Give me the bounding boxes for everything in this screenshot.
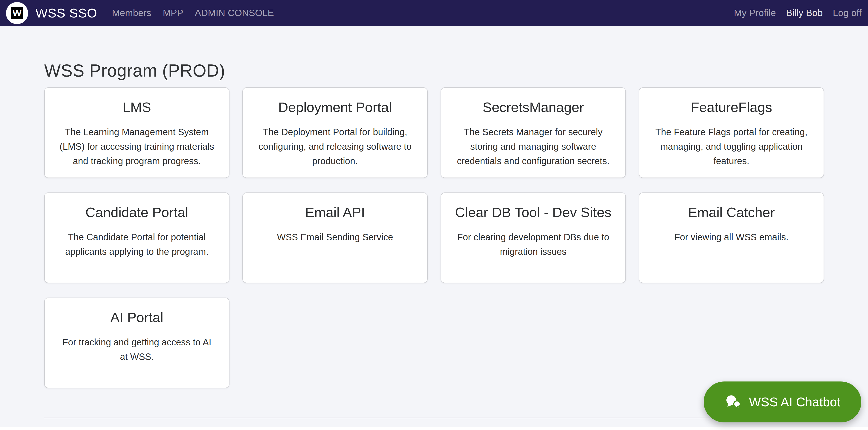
nav-link-admin-console[interactable]: ADMIN CONSOLE bbox=[195, 8, 274, 19]
card-description: The Learning Management System (LMS) for… bbox=[58, 125, 216, 169]
nav-link-mpp[interactable]: MPP bbox=[163, 8, 183, 19]
brand-link[interactable]: W WSS SSO bbox=[6, 2, 97, 24]
top-navbar: W WSS SSO MembersMPPADMIN CONSOLE My Pro… bbox=[0, 0, 868, 26]
card-title: Email Catcher bbox=[653, 204, 810, 220]
app-card-email-api[interactable]: Email APIWSS Email Sending Service bbox=[242, 193, 428, 283]
page-title: WSS Program (PROD) bbox=[44, 61, 824, 80]
footer-strip bbox=[0, 427, 868, 430]
wss-logo-icon: W bbox=[6, 2, 28, 24]
app-card-clear-db-tool-dev-sites[interactable]: Clear DB Tool - Dev SitesFor clearing de… bbox=[440, 193, 626, 283]
app-card-deployment-portal[interactable]: Deployment PortalThe Deployment Portal f… bbox=[242, 87, 428, 178]
app-card-candidate-portal[interactable]: Candidate PortalThe Candidate Portal for… bbox=[44, 193, 229, 283]
app-card-email-catcher[interactable]: Email CatcherFor viewing all WSS emails. bbox=[639, 193, 824, 283]
app-card-featureflags[interactable]: FeatureFlagsThe Feature Flags portal for… bbox=[639, 87, 824, 178]
card-description: The Candidate Portal for potential appli… bbox=[58, 230, 216, 259]
chat-bubbles-icon bbox=[724, 395, 743, 409]
card-title: Email API bbox=[256, 204, 414, 220]
card-title: SecretsManager bbox=[454, 99, 612, 115]
card-description: The Deployment Portal for building, conf… bbox=[256, 125, 414, 169]
card-title: Candidate Portal bbox=[58, 204, 216, 220]
card-description: WSS Email Sending Service bbox=[256, 230, 414, 244]
card-description: For viewing all WSS emails. bbox=[653, 230, 810, 244]
card-description: For clearing development DBs due to migr… bbox=[454, 230, 612, 259]
app-cards-grid: LMSThe Learning Management System (LMS) … bbox=[44, 87, 824, 388]
card-title: AI Portal bbox=[58, 309, 216, 325]
app-card-lms[interactable]: LMSThe Learning Management System (LMS) … bbox=[44, 87, 229, 178]
card-description: The Secrets Manager for securely storing… bbox=[454, 125, 612, 169]
chatbot-button-label: WSS AI Chatbot bbox=[749, 395, 840, 409]
card-title: Clear DB Tool - Dev Sites bbox=[454, 204, 612, 220]
app-card-secretsmanager[interactable]: SecretsManagerThe Secrets Manager for se… bbox=[440, 87, 626, 178]
card-title: FeatureFlags bbox=[653, 99, 810, 115]
app-card-ai-portal[interactable]: AI PortalFor tracking and getting access… bbox=[44, 298, 229, 388]
logo-letter: W bbox=[11, 7, 23, 19]
wss-ai-chatbot-button[interactable]: WSS AI Chatbot bbox=[704, 382, 861, 422]
nav-link-billy-bob[interactable]: Billy Bob bbox=[786, 8, 823, 19]
brand-title: WSS SSO bbox=[35, 5, 97, 21]
footer-divider bbox=[44, 418, 824, 418]
main-content: WSS Program (PROD) LMSThe Learning Manag… bbox=[0, 61, 868, 418]
card-title: LMS bbox=[58, 99, 216, 115]
card-title: Deployment Portal bbox=[256, 99, 414, 115]
nav-link-log-off[interactable]: Log off bbox=[833, 8, 862, 19]
nav-link-my-profile[interactable]: My Profile bbox=[734, 8, 776, 19]
card-description: The Feature Flags portal for creating, m… bbox=[653, 125, 810, 169]
nav-link-members[interactable]: Members bbox=[112, 8, 151, 19]
nav-links-right: My ProfileBilly BobLog off bbox=[734, 8, 862, 19]
nav-links-left: MembersMPPADMIN CONSOLE bbox=[112, 8, 274, 19]
card-description: For tracking and getting access to AI at… bbox=[58, 335, 216, 364]
